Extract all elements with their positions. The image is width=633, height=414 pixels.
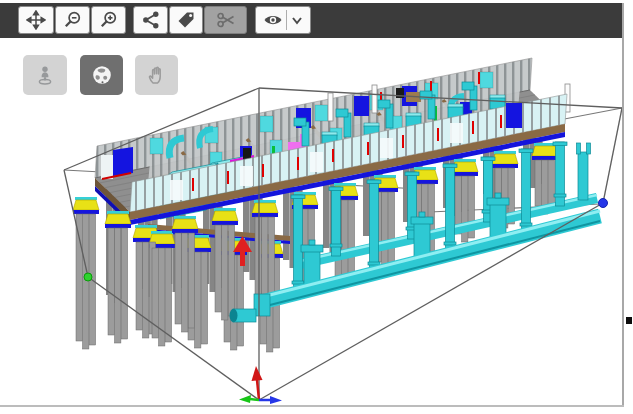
axis-right-arrow <box>270 396 282 404</box>
zoom-out-icon <box>63 10 83 30</box>
axis-up-arrow <box>252 366 263 381</box>
eye-icon <box>263 10 283 30</box>
toolbar-button-cut[interactable] <box>204 6 247 34</box>
viewer-window <box>0 0 633 414</box>
toolbar-button-visibility[interactable] <box>255 6 311 34</box>
scissors-icon <box>216 10 236 30</box>
move-icon <box>26 10 46 30</box>
viewer-bottom-border <box>0 405 624 407</box>
right-blue-panel <box>506 103 522 128</box>
tag-icon <box>176 10 196 30</box>
toolbar-button-share[interactable] <box>133 6 168 34</box>
toolbar-button-zoom-in[interactable] <box>91 6 126 34</box>
axis-gizmo <box>239 366 282 404</box>
viewer-canvas[interactable] <box>0 38 624 406</box>
viewer-right-border <box>622 3 624 406</box>
button-divider <box>286 10 287 30</box>
zoom-in-icon <box>99 10 119 30</box>
grip-point-green[interactable] <box>84 273 92 281</box>
toolbar-button-move[interactable] <box>18 6 54 34</box>
left-white-panel <box>101 155 113 179</box>
main-toolbar <box>0 3 624 38</box>
axis-left-arrow <box>239 395 251 403</box>
grip-point-blue[interactable] <box>599 199 608 208</box>
left-blue-panel <box>113 147 133 176</box>
share-icon <box>141 10 161 30</box>
resize-handle-dot[interactable] <box>626 317 632 324</box>
toolbar-button-zoom-out[interactable] <box>55 6 90 34</box>
chevron-down-icon[interactable] <box>290 13 304 27</box>
toolbar-button-tag[interactable] <box>169 6 203 34</box>
